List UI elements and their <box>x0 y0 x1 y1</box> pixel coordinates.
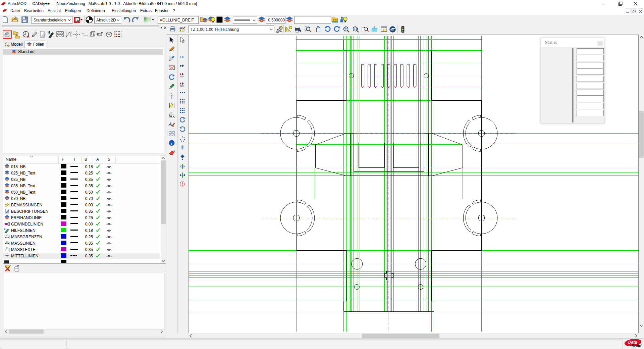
svg-text:H: H <box>4 228 6 231</box>
svg-text:10: 10 <box>6 241 9 243</box>
svg-text:E: E <box>391 27 394 32</box>
svg-text:A: A <box>168 121 172 127</box>
svg-text:10: 10 <box>6 247 9 249</box>
svg-text:H: H <box>48 31 50 34</box>
svg-text:b: b <box>172 125 174 128</box>
svg-text:10: 10 <box>6 234 9 237</box>
svg-text:A: A <box>170 114 172 117</box>
svg-text:i: i <box>171 141 172 146</box>
svg-text:Solid: Solid <box>632 344 642 348</box>
